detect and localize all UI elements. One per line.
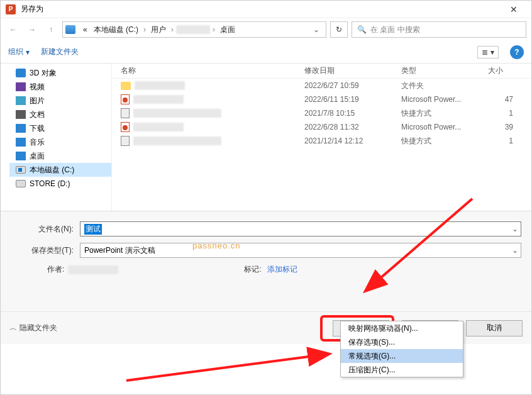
menu-item-save-options[interactable]: 保存选项(S)... — [341, 335, 463, 349]
file-type: Microsoft Power... — [401, 95, 461, 104]
file-date: 2021/7/8 10:15 — [304, 109, 355, 118]
sidebar-item[interactable]: 文档 — [9, 108, 111, 121]
header-date[interactable]: 修改日期 — [304, 65, 335, 76]
sidebar-item[interactable]: 桌面 — [9, 149, 111, 163]
folder-icon — [65, 25, 75, 34]
sidebar-item-label: 视频 — [30, 82, 45, 92]
file-size: 1 — [488, 109, 513, 118]
sidebar-item-label: 3D 对象 — [30, 68, 57, 79]
file-row[interactable]: 2021/12/14 12:12快捷方式1 — [112, 134, 531, 148]
sidebar-item[interactable]: 视频 — [9, 80, 111, 94]
svg-line-1 — [126, 354, 328, 381]
sidebar-item[interactable]: 音乐 — [9, 135, 111, 149]
sidebar-item-icon — [16, 110, 26, 119]
sidebar-item[interactable]: 3D 对象 — [9, 66, 111, 80]
column-headers[interactable]: 名称 修改日期 类型 大小 — [112, 64, 531, 79]
sidebar-item-label: 文档 — [30, 109, 45, 120]
search-placeholder: 在 桌面 中搜索 — [370, 25, 420, 35]
file-row[interactable]: 2022/6/27 10:59文件夹 — [112, 79, 531, 92]
organize-button[interactable]: 组织▾ — [8, 47, 30, 57]
tag-value[interactable]: 添加标记 — [267, 265, 297, 274]
file-row[interactable]: 2021/7/8 10:15快捷方式1 — [112, 106, 531, 120]
address-bar[interactable]: « 本地磁盘 (C:) › 用户 › › 桌面 ⌄ — [62, 21, 326, 38]
close-button[interactable]: ✕ — [501, 1, 526, 18]
file-type: 快捷方式 — [401, 136, 431, 147]
file-name-redacted — [135, 81, 185, 90]
author-label: 作者: — [47, 264, 64, 275]
chevron-down-icon[interactable]: ⌄ — [512, 225, 518, 233]
sidebar-item-icon — [16, 96, 26, 105]
breadcrumb-item[interactable]: 用户 — [148, 25, 169, 35]
breadcrumb-item-redacted[interactable] — [176, 25, 210, 34]
file-row[interactable]: 2022/6/11 15:19Microsoft Power...47 — [112, 92, 531, 106]
file-date: 2022/6/11 15:19 — [304, 95, 359, 104]
sidebar-item[interactable]: STORE (D:) — [9, 177, 111, 191]
chevron-up-icon: ︿ — [9, 323, 17, 333]
chevron-right-icon: › — [211, 25, 216, 34]
refresh-button[interactable]: ↻ — [330, 21, 348, 38]
nav-back-button[interactable]: ← — [6, 22, 21, 37]
file-icon — [121, 108, 130, 118]
sidebar-item-icon — [16, 166, 26, 174]
search-icon: 🔍 — [357, 25, 367, 34]
menu-item-compress-pics[interactable]: 压缩图片(C)... — [341, 363, 463, 377]
sidebar-item-label: 桌面 — [30, 151, 45, 162]
chevron-down-icon[interactable]: ⌄ — [309, 25, 323, 34]
file-name-redacted — [133, 136, 221, 145]
nav-up-button[interactable]: ↑ — [43, 22, 58, 37]
filetype-combo[interactable]: PowerPoint 演示文稿 ⌄ — [80, 243, 521, 258]
menu-item-general-options[interactable]: 常规选项(G)... — [341, 349, 463, 363]
file-row[interactable]: 2022/6/28 11:32Microsoft Power...39 — [112, 120, 531, 134]
sidebar-item-label: 下载 — [30, 123, 45, 134]
filename-input[interactable]: 测试 ⌄ — [80, 221, 521, 236]
nav-forward-button: → — [25, 22, 40, 37]
file-icon — [121, 136, 130, 146]
header-size[interactable]: 大小 — [488, 65, 503, 76]
filename-label: 文件名(N): — [6, 224, 80, 235]
sidebar-item-icon — [16, 82, 26, 91]
chevron-right-icon: › — [170, 25, 175, 34]
new-folder-button[interactable]: 新建文件夹 — [41, 47, 79, 57]
filetype-label: 保存类型(T): — [6, 245, 80, 256]
header-name[interactable]: 名称 — [121, 65, 136, 76]
sidebar-item-label: 图片 — [30, 96, 45, 106]
file-date: 2022/6/27 10:59 — [304, 81, 359, 90]
file-name-redacted — [133, 123, 184, 131]
file-size: 1 — [488, 136, 513, 145]
cancel-button[interactable]: 取消 — [466, 320, 523, 337]
author-value-redacted[interactable] — [68, 265, 118, 274]
file-type: 文件夹 — [401, 81, 424, 91]
breadcrumb-item[interactable]: 本地磁盘 (C:) — [91, 25, 141, 35]
sidebar-item-icon — [16, 69, 26, 77]
file-name-redacted — [133, 109, 221, 118]
chevron-down-icon: ▾ — [490, 48, 494, 57]
sidebar-item[interactable]: 本地磁盘 (C:) — [9, 163, 111, 177]
view-button[interactable]: ≣▾ — [477, 46, 499, 58]
chevron-down-icon: ▾ — [26, 48, 30, 57]
filename-value: 测试 — [84, 224, 102, 235]
list-icon: ≣ — [482, 48, 488, 57]
file-name-redacted — [133, 95, 184, 104]
sidebar-item-icon — [16, 152, 26, 160]
breadcrumb-item[interactable]: 桌面 — [218, 25, 238, 35]
sidebar-item[interactable]: 下载 — [9, 121, 111, 135]
nav-pane: 3D 对象视频图片文档下载音乐桌面本地磁盘 (C:)STORE (D:) — [1, 64, 111, 211]
chevron-down-icon[interactable]: ⌄ — [512, 246, 518, 255]
chevron-right-icon: › — [142, 25, 147, 34]
menu-item-map-drive[interactable]: 映射网络驱动器(N)... — [341, 321, 463, 335]
sidebar-item-label: 音乐 — [30, 137, 45, 148]
file-icon — [121, 94, 130, 104]
header-type[interactable]: 类型 — [401, 65, 416, 76]
file-type: 快捷方式 — [401, 108, 431, 119]
help-button[interactable]: ? — [510, 45, 524, 59]
file-date: 2022/6/28 11:32 — [304, 123, 359, 131]
file-type: Microsoft Power... — [401, 123, 461, 131]
file-date: 2021/12/14 12:12 — [304, 136, 363, 145]
file-icon — [121, 122, 130, 132]
file-size: 47 — [488, 95, 513, 104]
file-size: 39 — [488, 123, 513, 131]
breadcrumb-prefix: « — [80, 25, 90, 34]
search-input[interactable]: 🔍 在 桌面 中搜索 — [352, 21, 526, 38]
hide-folders-toggle[interactable]: ︿ 隐藏文件夹 — [9, 323, 57, 333]
sidebar-item[interactable]: 图片 — [9, 94, 111, 108]
